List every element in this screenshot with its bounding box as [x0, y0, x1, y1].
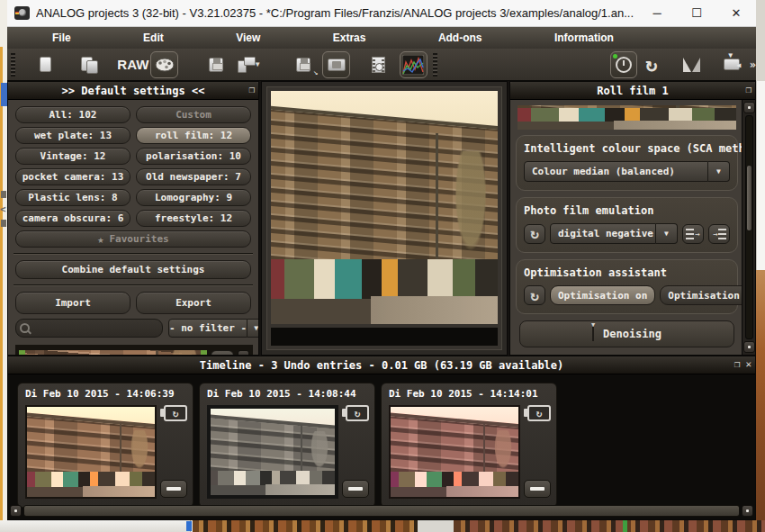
list-in-icon: [718, 229, 726, 239]
timeline-entries: Di Feb 10 2015 - 14:06:39 ↻ Di Feb 10 20…: [8, 374, 755, 508]
scroll-thumb[interactable]: [23, 505, 740, 517]
view-mode-button[interactable]: [322, 51, 350, 78]
histogram-icon: [402, 55, 424, 75]
import-film-list-button[interactable]: →: [708, 224, 730, 244]
menu-extras[interactable]: Extras: [326, 30, 374, 46]
maximize-button[interactable]: ☐: [677, 0, 716, 26]
category-camera-obscura[interactable]: camera obscura: 6: [15, 210, 130, 227]
colour-space-dropdown[interactable]: Colour median (balanced) ▼: [524, 161, 730, 182]
scroll-right-button[interactable]: [742, 505, 753, 517]
toolbar-grip-2[interactable]: [433, 53, 437, 77]
background-window-right-sliver: [756, 81, 765, 532]
auto-optimisation-button[interactable]: [610, 51, 638, 78]
category-roll-film[interactable]: roll film: 12: [136, 127, 251, 144]
default-settings-header[interactable]: >> Default settings << ❐: [8, 82, 258, 100]
search-input[interactable]: [30, 322, 162, 334]
scroll-thumb[interactable]: [746, 165, 752, 231]
category-old-newspaper[interactable]: Old newspaper: 7: [136, 168, 251, 185]
dock-icon[interactable]: ❐: [248, 84, 255, 95]
menu-edit[interactable]: Edit: [136, 30, 171, 46]
roll-film-scrollbar[interactable]: [742, 100, 755, 355]
category-grid: All: 102 Custom wet plate: 13 roll film:…: [15, 106, 251, 227]
export-film-list-button[interactable]: →: [682, 224, 704, 244]
combine-default-settings-button[interactable]: Combine default settings: [15, 260, 251, 279]
optimisation-on-button[interactable]: Optimisation on: [550, 285, 655, 305]
menu-file[interactable]: File: [45, 30, 78, 46]
copy-project-button[interactable]: [76, 51, 104, 78]
dock-icon[interactable]: ❐: [745, 84, 752, 95]
category-wet-plate[interactable]: wet plate: 13: [15, 127, 130, 144]
flip-triangles-icon: [683, 58, 700, 72]
close-button[interactable]: ✕: [716, 0, 756, 26]
minimize-button[interactable]: ─: [637, 0, 677, 26]
entry-thumbnail[interactable]: [389, 405, 520, 499]
save-button[interactable]: [202, 51, 230, 78]
divider: [14, 284, 253, 286]
denoising-button[interactable]: ▼ Denoising: [519, 320, 734, 347]
timeline-scrollbar[interactable]: [10, 505, 753, 517]
chevron-down-icon[interactable]: ▼: [656, 223, 678, 244]
restore-state-icon[interactable]: ↻: [164, 405, 187, 421]
export-button[interactable]: Export: [136, 292, 251, 314]
histogram-button[interactable]: [400, 51, 428, 78]
film-emulation-dropdown[interactable]: digital negative ▼: [550, 223, 678, 244]
restore-state-icon[interactable]: ↻: [527, 405, 551, 421]
restore-state-icon[interactable]: ↻: [346, 405, 369, 421]
timeline-header[interactable]: Timeline - 3 Undo entries - 0.01 GB (63.…: [8, 356, 755, 374]
preset-search-box[interactable]: [15, 319, 163, 338]
scroll-track[interactable]: [745, 115, 753, 339]
optimisation-off-button[interactable]: Optimisation off: [660, 285, 742, 305]
menu-view[interactable]: View: [229, 30, 267, 46]
remove-entry-button[interactable]: [524, 480, 551, 498]
chevron-down-icon[interactable]: ▼: [708, 161, 730, 182]
save-as-button[interactable]: ↘: [290, 51, 318, 78]
import-button[interactable]: Import: [15, 292, 130, 314]
category-freestyle[interactable]: freestyle: 12: [136, 210, 251, 227]
entry-thumbnail[interactable]: [25, 405, 157, 499]
menu-information[interactable]: Information: [547, 30, 621, 46]
entry-timestamp: Di Feb 10 2015 - 14:08:44: [207, 388, 369, 400]
flip-horizontal-button[interactable]: [678, 51, 706, 78]
scroll-left-button[interactable]: [10, 505, 22, 517]
remove-entry-button[interactable]: [342, 480, 369, 498]
toolbar-overflow-button[interactable]: »: [750, 59, 756, 71]
export-devices-button[interactable]: ▼: [235, 51, 263, 78]
chevron-down-icon[interactable]: ▼: [248, 319, 259, 338]
category-custom[interactable]: Custom: [136, 106, 251, 123]
filmstrip-preview-button[interactable]: [364, 51, 392, 78]
street-scene: [391, 407, 518, 497]
filter-dropdown[interactable]: - no filter - ▼: [168, 319, 259, 338]
category-polarisation[interactable]: polarisation: 10: [136, 148, 251, 165]
colour-palette-button[interactable]: [150, 51, 178, 78]
menu-addons[interactable]: Add-ons: [431, 30, 490, 46]
category-all[interactable]: All: 102: [15, 106, 130, 123]
timeline-entry[interactable]: Di Feb 10 2015 - 14:14:01 ↻: [381, 383, 557, 508]
film-emulation-refresh-button[interactable]: ↻: [524, 224, 545, 244]
entry-thumbnail[interactable]: [207, 405, 338, 499]
remove-entry-button[interactable]: [160, 480, 187, 498]
title-bar[interactable]: ANALOG projects 3 (32-bit) - V3.21.02375…: [7, 0, 756, 27]
roll-film-header[interactable]: Roll film 1 ❐: [510, 82, 755, 100]
collapse-chevron-icon[interactable]: <: [0, 203, 7, 215]
raw-import-button[interactable]: RAW: [117, 57, 148, 72]
dock-icon[interactable]: ❐: [734, 358, 741, 370]
scroll-down-button[interactable]: [743, 341, 755, 353]
close-icon[interactable]: ✕: [745, 358, 752, 370]
timeline-entry[interactable]: Di Feb 10 2015 - 14:06:39 ↻: [17, 383, 194, 508]
category-lomography[interactable]: Lomography: 9: [136, 189, 251, 206]
timeline-entry[interactable]: Di Feb 10 2015 - 14:08:44 ↻: [199, 383, 375, 508]
camera-angle-button[interactable]: [718, 51, 746, 78]
category-vintage[interactable]: Vintage: 12: [15, 148, 130, 165]
optimisation-refresh-button[interactable]: ↻: [524, 285, 545, 305]
category-pocket-camera[interactable]: pocket camera: 13: [15, 168, 130, 185]
timeline-panel: Timeline - 3 Undo entries - 0.01 GB (63.…: [7, 356, 756, 520]
toolbar-grip[interactable]: [11, 53, 15, 77]
film-preview-strip[interactable]: [518, 105, 736, 130]
auto-clock-icon: [616, 57, 632, 73]
scroll-up-button[interactable]: [743, 102, 755, 113]
preview-photo[interactable]: [271, 91, 498, 324]
favourites-button[interactable]: ★ Favourites: [15, 230, 251, 248]
category-plastic-lens[interactable]: Plastic lens: 8: [15, 189, 130, 206]
new-project-button[interactable]: [32, 51, 59, 78]
redo-button[interactable]: ↻: [637, 51, 665, 78]
